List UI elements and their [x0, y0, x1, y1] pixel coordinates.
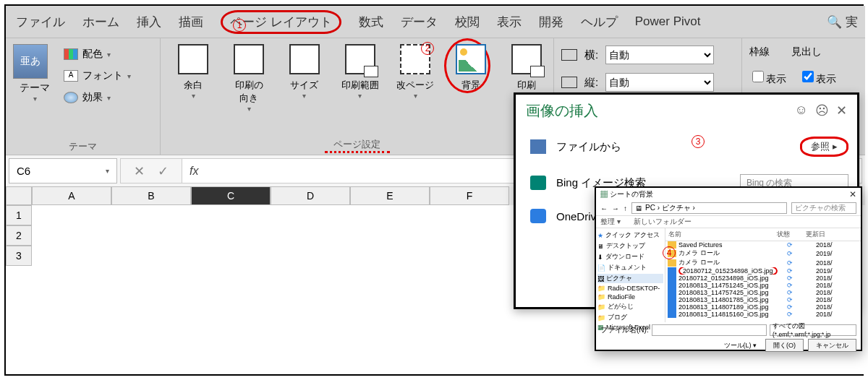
breaks-button[interactable]: 改ページ▾: [396, 44, 435, 139]
ribbon-tabs: ファイル ホーム 挿入 描画 ページ レイアウト 数式 データ 校閲 表示 開発…: [6, 6, 865, 38]
tab-formulas[interactable]: 数式: [359, 14, 383, 30]
search-box[interactable]: ピクチャの検索: [791, 202, 856, 214]
tab-home[interactable]: ホーム: [82, 14, 119, 30]
nav-panel: ★クイック アクセス 🖥デスクトップ ⬇ダウンロード 📄ドキュメント 🖼ピクチャ…: [596, 228, 665, 322]
file-row[interactable]: 20180813_114815160_iOS.jpg⟳2018/: [665, 311, 861, 318]
file-row[interactable]: 20180813_114751245_iOS.jpg⟳2018/: [665, 282, 861, 289]
col-F[interactable]: F: [430, 186, 509, 205]
filename-input[interactable]: [652, 324, 767, 336]
themes-icon: 亜あ: [13, 44, 48, 79]
width-select[interactable]: 自動: [605, 46, 714, 64]
background-button[interactable]: 背景: [451, 44, 491, 139]
feedback-frown-icon[interactable]: ☹: [815, 103, 829, 118]
tab-data[interactable]: データ: [401, 14, 438, 30]
nav-pictures[interactable]: 🖼ピクチャ: [597, 274, 663, 283]
cancel-icon[interactable]: ✕: [134, 163, 145, 179]
nav-radiodesk[interactable]: 📁Radio-DESKTOP-: [597, 285, 663, 292]
col-B[interactable]: B: [111, 186, 191, 205]
effects-icon: [64, 92, 78, 103]
gridlines-label: 枠線: [749, 46, 770, 59]
filetype-filter[interactable]: すべての図 (*.emf;*.wmf;*.jpg;*.jp: [770, 324, 856, 336]
back-icon[interactable]: ←: [600, 204, 608, 212]
close-icon[interactable]: ✕: [849, 189, 856, 199]
file-row[interactable]: 20180712_015234898_iOS.jpg⟳2019/: [665, 267, 861, 275]
up-icon[interactable]: ↑: [624, 204, 627, 212]
nav-desktop[interactable]: 🖥デスクトップ: [597, 241, 663, 251]
colors-button[interactable]: 配色▾: [64, 44, 131, 64]
search-label[interactable]: 実: [846, 15, 858, 29]
file-row[interactable]: Saved Pictures⟳2018/: [665, 241, 861, 249]
select-all-corner[interactable]: [6, 186, 32, 205]
newfolder-button[interactable]: 新しいフォルダー: [634, 217, 692, 227]
size-button[interactable]: サイズ▾: [284, 44, 324, 139]
nav-radiofile[interactable]: 📁RadioFile: [597, 293, 663, 301]
effects-button[interactable]: 効果▾: [64, 87, 131, 108]
cancel-button[interactable]: キャンセル: [808, 339, 856, 352]
size-label: サイズ: [290, 79, 318, 90]
tab-draw[interactable]: 描画: [179, 14, 203, 30]
group-pagesetup-label: ページ設定: [325, 138, 390, 153]
margins-button[interactable]: 余白▾: [174, 44, 213, 139]
nav-downloads[interactable]: ⬇ダウンロード: [597, 252, 663, 262]
insert-picture-title: 画像の挿入: [526, 101, 598, 121]
height-select[interactable]: 自動: [605, 73, 714, 92]
close-icon[interactable]: ✕: [836, 103, 847, 118]
col-E[interactable]: E: [350, 186, 430, 205]
group-pagesetup: 余白▾ 印刷の 向き▾ サイズ▾ 印刷範囲▾ 改ページ▾ 背景 印刷 タイ ペー…: [161, 38, 554, 155]
col-name[interactable]: 名前: [665, 228, 774, 241]
enter-icon[interactable]: ✓: [158, 163, 169, 179]
group-themes: 亜あ テーマ ▾ 配色▾ Aフォント▾ 効果▾ テーマ: [6, 38, 161, 155]
tab-insert[interactable]: 挿入: [137, 14, 161, 30]
fonts-button[interactable]: Aフォント▾: [64, 66, 131, 86]
tab-developer[interactable]: 開発: [539, 14, 563, 30]
filename-label: ファイル名(N):: [600, 325, 649, 335]
file-row[interactable]: カメラ ロール⟳2019/: [665, 249, 861, 258]
file-row[interactable]: 20180813_114757425_iOS.jpg⟳2018/: [665, 289, 861, 296]
col-date[interactable]: 更新日: [803, 228, 861, 241]
open-button[interactable]: 開く(O): [765, 339, 804, 352]
tab-file[interactable]: ファイル: [16, 14, 65, 30]
col-D[interactable]: D: [271, 186, 350, 205]
file-row[interactable]: 20180813_114801785_iOS.jpg⟳2018/: [665, 296, 861, 303]
file-row[interactable]: カメラ ロール⟳2018/: [665, 258, 861, 267]
headings-label: 見出し: [791, 46, 822, 59]
headings-show-checkbox[interactable]: 表示: [799, 69, 836, 86]
tab-review[interactable]: 校閲: [455, 14, 480, 30]
fx-label: fx: [190, 165, 198, 178]
printarea-button[interactable]: 印刷範囲▾: [340, 44, 380, 139]
nav-quickaccess[interactable]: ★クイック アクセス: [597, 230, 663, 240]
themes-button[interactable]: 亜あ テーマ ▾: [13, 44, 56, 139]
tools-button[interactable]: ツール(L) ▾: [724, 341, 757, 350]
tab-help[interactable]: ヘルプ: [581, 14, 618, 30]
file-row[interactable]: 20180813_114807189_iOS.jpg⟳2018/: [665, 303, 861, 311]
file-open-title: シートの背景: [610, 190, 653, 198]
feedback-smile-icon[interactable]: ☺: [795, 103, 808, 118]
row-2[interactable]: 2: [6, 225, 32, 246]
address-bar[interactable]: 🖥PC › ピクチャ ›: [631, 202, 787, 214]
tab-powerpivot[interactable]: Power Pivot: [635, 14, 701, 29]
row-3[interactable]: 3: [6, 246, 32, 266]
orientation-icon: [234, 44, 264, 74]
organize-button[interactable]: 整理 ▾: [600, 217, 621, 227]
height-icon: [561, 77, 577, 88]
orientation-button[interactable]: 印刷の 向き▾: [229, 44, 269, 139]
nav-documents[interactable]: 📄ドキュメント: [597, 263, 663, 272]
name-box[interactable]: C6▾: [9, 158, 117, 183]
nav-blog[interactable]: 📁ブログ: [597, 313, 663, 322]
forward-icon[interactable]: →: [612, 204, 619, 212]
nav-dogaraji[interactable]: 📁どがらじ: [597, 302, 663, 311]
browse-button[interactable]: 参照 ▸: [800, 137, 848, 157]
printarea-icon: [345, 44, 375, 74]
col-C[interactable]: C: [191, 186, 271, 205]
col-status[interactable]: 状態: [774, 228, 803, 241]
printtitles-icon: [511, 44, 542, 74]
tab-view[interactable]: 表示: [497, 14, 522, 30]
gridlines-show-checkbox[interactable]: 表示: [749, 69, 786, 86]
row-1[interactable]: 1: [6, 205, 32, 225]
onedrive-icon: [530, 209, 546, 223]
from-file-option[interactable]: ファイルから 参照 ▸: [516, 126, 857, 164]
fonts-icon: A: [64, 70, 78, 82]
annotation-3: 3: [692, 135, 705, 148]
file-row[interactable]: 20180712_015234898_iOS.jpg⟳2018/: [665, 275, 861, 282]
col-A[interactable]: A: [32, 186, 111, 205]
